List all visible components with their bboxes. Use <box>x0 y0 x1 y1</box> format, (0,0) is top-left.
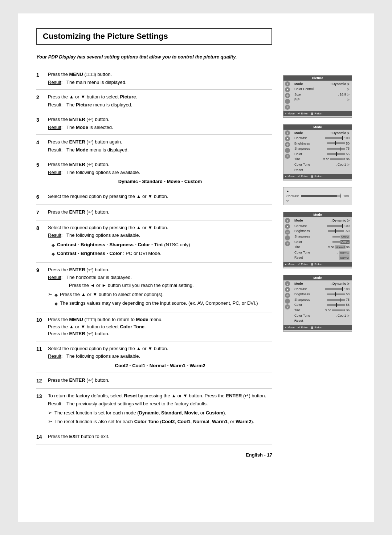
screen1-icons: ● ■ ◎ ⚙ <box>283 81 291 110</box>
step-num-13: 13 <box>36 392 44 400</box>
step-11: 11 Select the required option by pressin… <box>36 341 272 373</box>
step-14-content: Press the EXIT button to exit. <box>48 433 272 440</box>
screen2-icons: ● ■ ◎ ⚙ <box>283 130 291 174</box>
icon-circle: ■ <box>285 87 290 92</box>
left-column: Customizing the Picture Settings Your PD… <box>36 28 272 507</box>
screen4-footer: ⬥ Move↵ Enter▦ Return <box>283 262 352 267</box>
bullet-icon: ◆ <box>54 292 58 298</box>
screen5-row-mode: Mode: Dynamic ▷ <box>294 281 350 287</box>
icon-circle: ◎ <box>285 93 290 98</box>
screen4-row-contrast: Contrast 100 <box>294 223 350 229</box>
icon-circle: ◎ <box>285 230 290 235</box>
contrast-down-arrow: ▽ <box>286 199 289 203</box>
icon-circle: ● <box>285 281 290 286</box>
icon-circle: ◎ <box>285 293 290 298</box>
step-num-12: 12 <box>36 377 44 385</box>
screen-2: Mode ● ■ ◎ ⚙ Mode: Dynamic ▷ Contras <box>283 124 352 181</box>
screen5-row-tint: Tint G 50 R 50 <box>294 308 350 313</box>
screen-5: Mode ● ■ ◎ ⚙ Mode: Dynamic ▷ Contras <box>283 275 352 332</box>
step-num-3: 3 <box>36 116 44 124</box>
step-num-14: 14 <box>36 433 44 441</box>
step-5-options: Dynamic - Standard - Movie - Custom <box>48 178 272 185</box>
step-num-11: 11 <box>36 345 44 353</box>
screen2-row-mode: Mode: Dynamic ▷ <box>294 130 350 136</box>
screen4-icons: ● ■ ◎ ⚙ <box>283 217 291 261</box>
contrast-label: Contrast <box>286 194 299 198</box>
screen4-title: Mode <box>283 212 352 217</box>
screen2-row-contrast: Contrast 100 <box>294 135 350 141</box>
bullet-icon: ◆ <box>54 300 58 307</box>
icon-circle: ■ <box>285 287 290 292</box>
bullet-icon: ◆ <box>52 251 55 257</box>
screen5-row-reset: Reset <box>294 318 350 324</box>
step-2-content: Press the ▲ or ▼ button to select Pictur… <box>48 93 272 108</box>
screen4-row-tint: Tint G 50 Normal 50 <box>294 244 350 250</box>
icon-circle: ⚙ <box>285 154 290 159</box>
arrow-right-icon: ➢ <box>48 409 52 417</box>
screen1-row-pip: PIP▷ <box>294 97 350 102</box>
contrast-bar-row: Contrast 100 <box>286 194 349 198</box>
step-3: 3 Press the ENTER (↵) button. Result: Th… <box>36 112 272 134</box>
step-8-content: Select the required option by pressing t… <box>48 224 272 259</box>
step-9: 9 Press the ENTER (↵) button. Result: Th… <box>36 262 272 312</box>
screen1-row-size: Size: 16:9 ▷ <box>294 92 350 97</box>
screen4-row-brightness: Brightness -50 <box>294 228 350 234</box>
step-9-content: Press the ENTER (↵) button. Result: The … <box>48 266 272 309</box>
icon-circle: ⚙ <box>285 105 290 110</box>
icon-circle: ● <box>285 81 290 86</box>
step-14: 14 Press the EXIT button to exit. <box>36 429 272 445</box>
screen4-row-sharpness: Sharpness Cool2 <box>294 234 350 239</box>
step-num-5: 5 <box>36 161 44 169</box>
icon-circle: ● <box>285 218 290 223</box>
intro-text: Your PDP Display has several setting opt… <box>36 53 272 61</box>
step-7-content: Press the ENTER (↵) button. <box>48 208 272 216</box>
step-7: 7 Press the ENTER (↵) button. <box>36 204 272 220</box>
bullet-icon: ◆ <box>52 242 55 248</box>
screen1-body: Mode: Dynamic ▷ Color Control▷ Size: 16:… <box>292 81 352 110</box>
step-6: 6 Select the required option by pressing… <box>36 189 272 204</box>
icon-circle: ⚙ <box>285 304 290 309</box>
step-12: 12 Press the ENTER (↵) button. <box>36 373 272 388</box>
step-num-7: 7 <box>36 208 44 216</box>
step-6-content: Select the required option by pressing t… <box>48 193 272 200</box>
step-num-6: 6 <box>36 193 44 201</box>
icon-circle: ■ <box>285 224 290 229</box>
screen5-icons: ● ■ ◎ ⚙ <box>283 280 291 324</box>
step-10: 10 Press the MENU (□□□) button to return… <box>36 312 272 341</box>
step-4-content: Press the ENTER (↵) button again. Result… <box>48 138 272 153</box>
screen4-row-color: Color Cool1 <box>294 239 350 245</box>
screen2-row-colortone: Color Tone: Cool1 ▷ <box>294 162 350 167</box>
icon-circle <box>285 235 290 240</box>
screen2-row-brightness: Brightness 50 <box>294 141 350 146</box>
step-8-options: ◆Contrast - Brightness - Sharpness - Col… <box>52 241 272 257</box>
icon-circle: ⚙ <box>285 241 290 246</box>
screen2-row-tint: Tint G 50 R 50 <box>294 157 350 162</box>
screen5-body: Mode: Dynamic ▷ Contrast 100 <box>292 280 352 324</box>
screen5-title: Mode <box>283 275 352 280</box>
step-12-content: Press the ENTER (↵) button. <box>48 377 272 384</box>
screen4-body: Mode: Dynamic ▷ Contrast 100 <box>292 217 352 261</box>
step-1: 1 Press the MENU (□□□) button. Result: T… <box>36 67 272 89</box>
page-title: Customizing the Picture Settings <box>36 28 272 45</box>
screen5-row-sharpness: Sharpness 75 <box>294 297 350 303</box>
arrow-right-icon: ➢ <box>48 418 52 425</box>
screen2-row-color: Color 55 <box>294 151 350 157</box>
step-11-content: Select the required option by pressing t… <box>48 345 272 369</box>
screen-1: Picture ● ■ ◎ ⚙ Mode: Dynamic ▷ Colo <box>283 75 352 118</box>
step-9-notes: ◆Press the ▲ or ▼ button to select other… <box>54 291 258 308</box>
screen2-row-reset: Reset <box>294 167 350 173</box>
icon-circle <box>285 148 290 153</box>
step-8: 8 Select the required option by pressing… <box>36 220 272 262</box>
page-number: English - 17 <box>36 445 272 458</box>
screen-3: ▲ Contrast 100 ▽ <box>283 187 352 205</box>
step-5: 5 Press the ENTER (↵) button. Result: Th… <box>36 157 272 189</box>
screen5-row-colortone: Color Tone: Cool1 ▷ <box>294 313 350 319</box>
icon-circle: ● <box>285 130 290 135</box>
screen2-title: Mode <box>283 125 352 130</box>
contrast-up-arrow: ▲ <box>286 190 289 193</box>
icon-circle <box>285 299 290 304</box>
step-4: 4 Press the ENTER (↵) button again. Resu… <box>36 134 272 157</box>
page: Customizing the Picture Settings Your PD… <box>18 13 374 522</box>
step-13: 13 To return the factory defaults, selec… <box>36 388 272 429</box>
screen1-footer: ⬥ Move↵ Enter▦ Return <box>283 111 352 116</box>
